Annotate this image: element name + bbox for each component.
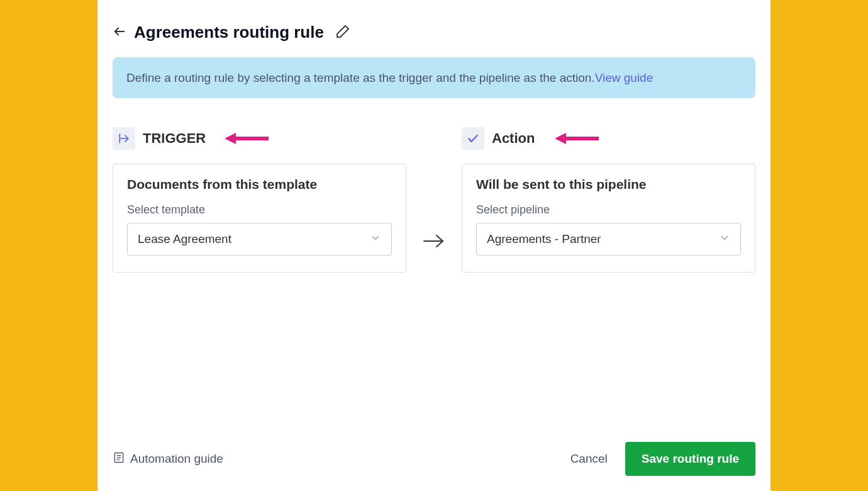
pointer-arrow-icon bbox=[555, 132, 600, 148]
trigger-card-title: Documents from this template bbox=[127, 177, 392, 192]
save-routing-rule-button[interactable]: Save routing rule bbox=[625, 442, 755, 476]
pipeline-select[interactable]: Agreements - Partner bbox=[476, 223, 741, 256]
guide-icon bbox=[113, 451, 125, 467]
footer-actions: Cancel Save routing rule bbox=[570, 442, 755, 476]
trigger-card: Documents from this template Select temp… bbox=[113, 164, 406, 273]
trigger-icon bbox=[113, 127, 135, 150]
action-section: Action Will be sent to this pipeline Sel… bbox=[462, 127, 755, 273]
trigger-section: TRIGGER Documents from this template Sel… bbox=[113, 127, 406, 273]
action-icon bbox=[462, 127, 484, 150]
trigger-label: TRIGGER bbox=[143, 130, 206, 147]
action-label: Action bbox=[492, 130, 535, 147]
template-selected-value: Lease Agreement bbox=[138, 232, 231, 246]
chevron-down-icon bbox=[719, 232, 730, 247]
edit-pencil-icon[interactable] bbox=[331, 24, 350, 42]
automation-guide-label: Automation guide bbox=[130, 452, 223, 466]
pipeline-field-label: Select pipeline bbox=[476, 203, 741, 217]
template-select[interactable]: Lease Agreement bbox=[127, 223, 392, 256]
action-header: Action bbox=[462, 127, 755, 150]
automation-guide-link[interactable]: Automation guide bbox=[113, 451, 223, 467]
cancel-button[interactable]: Cancel bbox=[570, 452, 608, 466]
template-field-label: Select template bbox=[127, 203, 392, 217]
action-card: Will be sent to this pipeline Select pip… bbox=[462, 164, 755, 273]
svg-marker-4 bbox=[225, 133, 236, 144]
page-container: Agreements routing rule Define a routing… bbox=[97, 0, 771, 491]
banner-text: Define a routing rule by selecting a tem… bbox=[126, 71, 595, 84]
back-arrow-icon[interactable] bbox=[113, 25, 126, 41]
header-row: Agreements routing rule bbox=[113, 23, 755, 42]
svg-marker-7 bbox=[555, 133, 566, 144]
page-title: Agreements routing rule bbox=[134, 23, 324, 42]
sections-row: TRIGGER Documents from this template Sel… bbox=[113, 127, 755, 273]
pipeline-selected-value: Agreements - Partner bbox=[487, 232, 601, 246]
pointer-arrow-icon bbox=[225, 132, 270, 148]
flow-arrow-icon bbox=[416, 127, 452, 273]
chevron-down-icon bbox=[370, 232, 381, 247]
view-guide-link[interactable]: View guide bbox=[595, 71, 654, 84]
info-banner: Define a routing rule by selecting a tem… bbox=[113, 57, 755, 98]
action-card-title: Will be sent to this pipeline bbox=[476, 177, 741, 192]
footer-row: Automation guide Cancel Save routing rul… bbox=[113, 427, 755, 476]
trigger-header: TRIGGER bbox=[113, 127, 406, 150]
